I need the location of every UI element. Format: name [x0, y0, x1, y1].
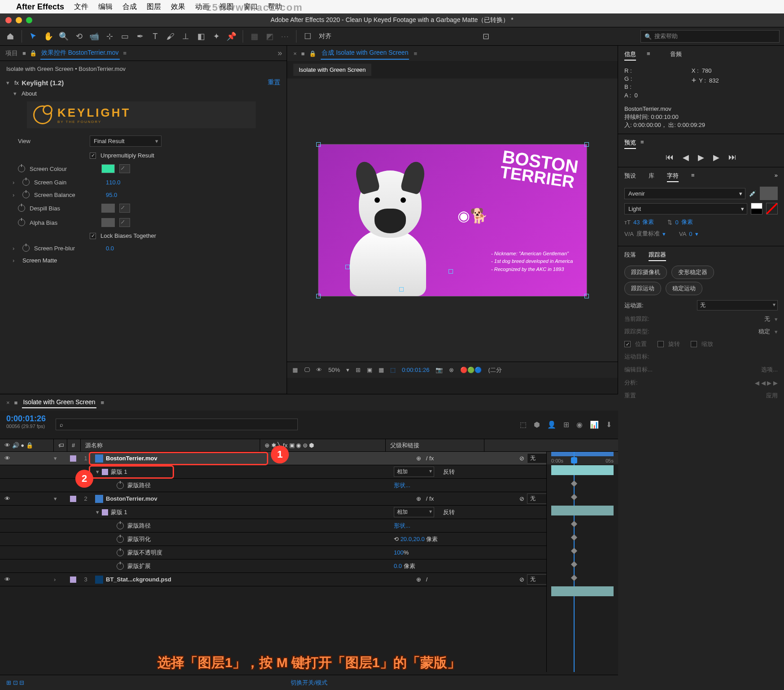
align-label[interactable]: 对齐 — [319, 32, 331, 40]
timeline-search[interactable]: ⌕ — [56, 419, 298, 430]
layer-name[interactable]: BostonTerrier.mov — [106, 495, 157, 502]
keyframe-icon[interactable] — [571, 534, 577, 541]
mask-handle[interactable] — [316, 294, 321, 298]
home-icon[interactable] — [4, 31, 16, 42]
keyframe-icon[interactable] — [571, 561, 577, 568]
twirl-icon[interactable]: › — [13, 192, 18, 198]
snap-ext-icon[interactable]: ⊡ — [480, 31, 492, 42]
brush-tool-icon[interactable]: 🖌 — [165, 31, 176, 42]
transparency-icon[interactable]: ▦ — [379, 367, 384, 373]
display-icon[interactable]: 🖵 — [304, 367, 310, 373]
pen-tool-icon[interactable]: ✒ — [134, 31, 146, 42]
prev-frame-icon[interactable]: ◀ — [683, 153, 689, 162]
lock-biases-checkbox[interactable]: ✓ — [90, 233, 96, 239]
col-source[interactable]: 源名称 — [81, 439, 260, 451]
panel-menu-icon[interactable]: ≡ — [691, 172, 695, 182]
time-ruler[interactable]: 0:00s 05s — [547, 452, 618, 464]
mask-mode-dropdown[interactable]: 相加 — [394, 507, 434, 517]
mask-mode-dropdown[interactable]: 相加 — [394, 467, 434, 477]
warp-stabilizer-button[interactable]: 变形稳定器 — [671, 266, 714, 279]
eyedropper-icon[interactable]: ⟋ — [119, 218, 130, 227]
twirl-icon[interactable]: › — [13, 179, 18, 186]
region-icon[interactable]: ⬚ — [390, 367, 396, 373]
mask-vertex[interactable] — [449, 269, 453, 274]
mask-icon[interactable]: 👁 — [316, 367, 322, 373]
stopwatch-icon[interactable] — [18, 165, 25, 172]
tab-paragraph[interactable]: 段落 — [624, 251, 636, 261]
layer-row-2[interactable]: 👁 ▾ 2 BostonTerrier.mov ⊕ / fx ⊘无 — [0, 492, 618, 506]
timeline-track-area[interactable]: 0:00s 05s — [546, 452, 618, 672]
motion-blur-icon[interactable]: ◉ — [576, 420, 583, 429]
color-mgmt-icon[interactable]: 🔴🟢🔵 — [460, 367, 482, 373]
layer-bar[interactable] — [551, 586, 614, 596]
orbit-tool-icon[interactable]: ⟲ — [73, 31, 85, 42]
draft3d-icon[interactable]: ⬢ — [534, 420, 540, 429]
twirl-about-icon[interactable]: ▾ — [13, 90, 19, 97]
minimize-button[interactable] — [16, 17, 22, 23]
panel-menu-icon[interactable]: ≡ — [101, 399, 105, 406]
no-fill-icon[interactable] — [766, 203, 778, 214]
timecode[interactable]: 0:00:01:26 — [402, 367, 429, 373]
font-size-value[interactable]: 43 — [633, 219, 640, 226]
layer-bar[interactable] — [551, 506, 614, 515]
comp-crumb[interactable]: Isolate with Green Screen — [293, 64, 371, 76]
pan-behind-tool-icon[interactable]: ⊹ — [104, 31, 115, 42]
shape-tool-icon[interactable]: ▭ — [119, 31, 131, 42]
next-frame-icon[interactable]: ▶ — [713, 153, 719, 162]
lock-icon[interactable]: 🔒 — [30, 50, 37, 57]
mask-handle[interactable] — [584, 294, 589, 298]
comp-viewer[interactable]: ◉🐕 BOSTON TERRIER - Nickname: "American … — [287, 79, 618, 362]
work-area[interactable] — [551, 452, 614, 456]
track-motion-button[interactable]: 跟踪运动 — [624, 282, 661, 295]
col-parent[interactable]: 父级和链接 — [386, 439, 484, 451]
preblur-value[interactable]: 0.0 — [106, 245, 114, 252]
grid-icon[interactable]: ▦ — [292, 367, 298, 373]
tab-info[interactable]: 信息 — [624, 50, 636, 61]
text-tool-icon[interactable]: T — [149, 31, 161, 42]
graph-editor-icon[interactable]: 📊 — [590, 420, 599, 429]
col-number[interactable]: # — [67, 439, 81, 451]
mesh-icon[interactable]: ▦ — [248, 31, 260, 42]
unpremult-checkbox[interactable]: ✓ — [90, 153, 96, 159]
stopwatch-icon[interactable] — [117, 536, 124, 543]
stopwatch-icon[interactable] — [18, 219, 25, 226]
close-button[interactable] — [5, 17, 12, 23]
stroke-swatch[interactable] — [751, 203, 762, 214]
eyedropper-icon[interactable]: 💉 — [749, 190, 756, 197]
roto-tool-icon[interactable]: ✦ — [210, 31, 222, 42]
res-dropdown[interactable]: (二分 — [488, 366, 501, 374]
stopwatch-icon[interactable] — [22, 245, 30, 252]
stopwatch-icon[interactable] — [22, 191, 30, 198]
comp-flowchart-icon[interactable]: ⬚ — [520, 420, 527, 429]
panel-expand-icon[interactable]: » — [278, 48, 282, 58]
comp-menu-icon[interactable]: ≡ — [414, 50, 417, 57]
menu-effect[interactable]: 效果 — [171, 2, 185, 12]
stopwatch-icon[interactable] — [117, 563, 124, 570]
current-time[interactable]: 0:00:01:26 — [6, 414, 46, 424]
puppet-tool-icon[interactable]: 📌 — [226, 31, 237, 42]
shape-opts-icon[interactable]: ◩ — [264, 31, 275, 42]
mask-row[interactable]: ▾ 蒙版 1 相加 反转 — [0, 506, 618, 519]
lock-icon[interactable]: 🔒 — [309, 50, 316, 57]
eyedropper-icon[interactable]: ⟋ — [119, 164, 130, 173]
menu-edit[interactable]: 编辑 — [98, 2, 113, 12]
menu-layer[interactable]: 图层 — [147, 2, 161, 12]
menu-file[interactable]: 文件 — [74, 2, 88, 12]
tracking-value[interactable]: 0 — [689, 231, 692, 237]
twirl-icon[interactable]: › — [13, 245, 18, 252]
res-icon[interactable]: ⊞ — [356, 367, 361, 373]
kerning-value[interactable]: 度量标准 — [636, 230, 660, 238]
fill-swatch[interactable] — [760, 187, 778, 200]
stamp-tool-icon[interactable]: ⊥ — [180, 31, 192, 42]
timeline-tab[interactable]: Isolate with Green Screen — [22, 397, 96, 408]
mask-vertex[interactable] — [345, 265, 350, 269]
first-frame-icon[interactable]: ⏮ — [666, 153, 674, 162]
zoom-dropdown[interactable]: 50% — [328, 367, 340, 373]
show-channel-icon[interactable]: ⊗ — [449, 367, 454, 373]
mask-opacity-row[interactable]: 蒙版不透明度 100% — [0, 546, 618, 559]
help-search[interactable]: 🔍 搜索帮助 — [640, 30, 780, 43]
tab-character[interactable]: 字符 — [667, 172, 679, 182]
view-dropdown[interactable]: Final Result — [90, 135, 161, 147]
leading-value[interactable]: 0 — [675, 219, 678, 226]
toggle-switches-icon[interactable]: ⊞ ⊡ ⊟ — [6, 679, 24, 686]
